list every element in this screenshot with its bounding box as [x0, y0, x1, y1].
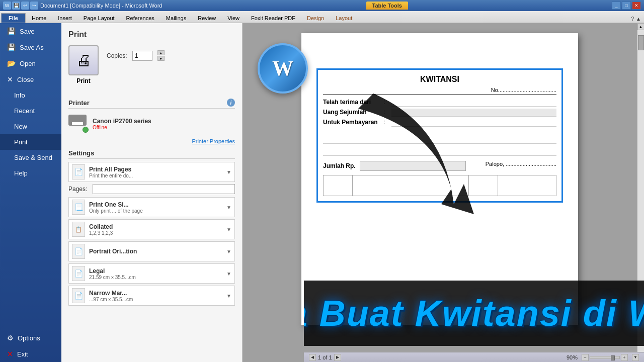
kwitansi-title: KWITANSI — [323, 75, 556, 84]
word-app-icon: W — [3, 2, 11, 10]
sidebar-save-label: Save — [20, 28, 35, 35]
word-logo-overlay: W — [258, 43, 308, 94]
tab-design[interactable]: Design — [301, 13, 330, 23]
tab-file[interactable]: File — [1, 13, 26, 23]
sidebar-help-label: Help — [14, 169, 28, 177]
legal-sub: 21.59 cm x 35.5...cm — [89, 275, 222, 280]
ribbon-tabs: File Home Insert Page Layout References … — [0, 11, 644, 23]
collated-dropdown[interactable]: 📋 Collated 1,2,3 1,2,3 ▼ — [68, 219, 235, 239]
ribbon-help-icon[interactable]: ? — [631, 16, 634, 22]
copies-decrement[interactable]: ▼ — [157, 56, 165, 61]
sidebar-item-print[interactable]: Print — [0, 134, 61, 150]
tab-home[interactable]: Home — [26, 13, 52, 23]
sidebar-item-save[interactable]: 💾 Save — [0, 23, 61, 39]
narrow-sub: ...97 cm x 35.5...cm — [89, 297, 222, 302]
tab-view[interactable]: View — [222, 13, 245, 23]
window-controls: _ □ ✕ — [612, 2, 641, 10]
sidebar-item-help[interactable]: Help — [0, 165, 61, 181]
kwitansi-cell-2 — [353, 175, 469, 196]
quick-access-redo[interactable]: ↪ — [30, 2, 38, 10]
sidebar-item-recent[interactable]: Recent — [0, 103, 61, 119]
legal-main: Legal — [89, 267, 222, 275]
close-file-icon: ✕ — [7, 75, 13, 83]
copies-input[interactable] — [132, 51, 152, 61]
print-icon-button[interactable]: 🖨 — [68, 45, 99, 75]
save-as-icon: 💾 — [7, 43, 16, 51]
zoom-level: 90% — [567, 354, 578, 360]
print-one-sided-dropdown[interactable]: 📃 Print One Si... Only print ... of the … — [68, 197, 235, 217]
zoom-in-button[interactable]: + — [621, 354, 628, 361]
sidebar-open-label: Open — [20, 60, 36, 67]
kwitansi-row-untuk: Untuk Pembayaran : — [323, 119, 556, 127]
legal-icon: 📄 — [72, 266, 85, 281]
quick-access-save[interactable]: 💾 — [12, 2, 20, 10]
bottom-banner: Cara Buat Kwitansi di Word — [304, 281, 644, 346]
printer-label: Printer — [68, 99, 90, 107]
kwitansi-no: No...................................... — [323, 87, 556, 95]
legal-dropdown[interactable]: 📄 Legal 21.59 cm x 35.5...cm ▼ — [68, 263, 235, 284]
word-logo-letter: W — [272, 56, 293, 80]
close-button[interactable]: ✕ — [632, 2, 641, 10]
printer-name: Canon iP2700 series — [93, 118, 235, 125]
legal-arrow: ▼ — [226, 271, 231, 277]
tab-foxit[interactable]: Foxit Reader PDF — [246, 13, 301, 23]
narrow-margins-dropdown[interactable]: 📄 Narrow Mar... ...97 cm x 35.5...cm ▼ — [68, 286, 235, 306]
printer-icon-container — [68, 115, 89, 133]
printer-info-icon[interactable]: i — [227, 99, 235, 107]
printer-properties-link[interactable]: Printer Properties — [68, 138, 235, 144]
tab-review[interactable]: Review — [192, 13, 221, 23]
print-panel-title: Print — [68, 30, 235, 39]
tab-layout[interactable]: Layout — [330, 13, 358, 23]
window-title: Document1 [Compatibility Mode] - Microso… — [40, 3, 163, 9]
minimize-button[interactable]: _ — [612, 2, 621, 10]
zoom-controls: − + — [582, 354, 628, 361]
sidebar-item-open[interactable]: 📂 Open — [0, 55, 61, 71]
sidebar-item-close[interactable]: ✕ Close — [0, 71, 61, 87]
one-sided-icon: 📃 — [72, 200, 85, 215]
kwitansi-footer: Jumlah Rp. Palopo, .....................… — [323, 161, 556, 171]
tab-references[interactable]: References — [121, 13, 160, 23]
kwitansi-spacer — [323, 129, 556, 144]
sidebar-item-options[interactable]: ⚙ Options — [0, 330, 61, 346]
copies-increment[interactable]: ▲ — [157, 50, 165, 55]
printer-info-text: Canon iP2700 series Offline — [93, 118, 235, 130]
scroll-up-button[interactable]: ▲ — [637, 23, 645, 30]
exit-icon: ✕ — [7, 350, 13, 358]
ribbon-right-controls: ? ▲ — [628, 15, 644, 23]
sidebar-item-save-send[interactable]: Save & Send — [0, 150, 61, 165]
pages-input[interactable] — [93, 184, 235, 194]
collated-sub: 1,2,3 1,2,3 — [89, 230, 222, 236]
save-icon: 💾 — [7, 27, 16, 35]
print-all-pages-dropdown[interactable]: 📄 Print All Pages Print the entire do...… — [68, 162, 235, 182]
next-page-button[interactable]: ▶ — [334, 354, 341, 361]
quick-access-undo[interactable]: ↩ — [21, 2, 29, 10]
collated-text: Collated 1,2,3 1,2,3 — [89, 223, 222, 236]
scroll-down-button[interactable]: ▼ — [632, 354, 639, 361]
scroll-thumb[interactable] — [638, 35, 644, 50]
tab-mailings[interactable]: Mailings — [160, 13, 192, 23]
zoom-out-button[interactable]: − — [582, 354, 589, 361]
sidebar-item-save-as[interactable]: 💾 Save As — [0, 39, 61, 55]
ribbon-collapse-icon[interactable]: ▲ — [636, 16, 641, 22]
collated-arrow: ▼ — [226, 227, 231, 232]
portrait-dropdown[interactable]: 📄 Portrait Ori...tion ▼ — [68, 241, 235, 261]
printer-status-indicator — [83, 127, 89, 133]
zoom-slider[interactable] — [590, 356, 620, 359]
sidebar-item-info[interactable]: Info — [0, 87, 61, 103]
print-all-text: Print All Pages Print the entire do... — [89, 166, 222, 178]
narrow-main: Narrow Mar... — [89, 290, 222, 297]
table-tools-label: Table Tools — [366, 2, 409, 10]
untuk-colon: : — [383, 119, 391, 126]
tab-insert[interactable]: Insert — [52, 13, 77, 23]
print-settings-panel: Print 🖨 Print Copies: ▲ ▼ — [61, 23, 243, 362]
jumlah-value-box — [360, 161, 466, 171]
sidebar-item-new[interactable]: New — [0, 119, 61, 134]
print-all-main: Print All Pages — [89, 166, 222, 173]
tab-page-layout[interactable]: Page Layout — [78, 13, 120, 23]
maximize-button[interactable]: □ — [622, 2, 631, 10]
sidebar-item-exit[interactable]: ✕ Exit — [0, 346, 61, 362]
prev-page-button[interactable]: ◀ — [309, 354, 316, 361]
open-icon: 📂 — [7, 59, 16, 67]
portrait-arrow: ▼ — [226, 249, 231, 254]
print-button-container: 🖨 Print — [68, 45, 99, 84]
